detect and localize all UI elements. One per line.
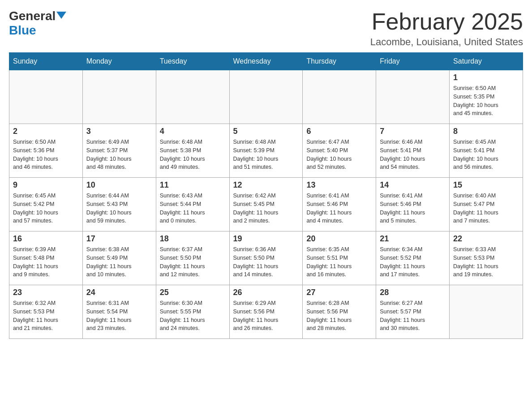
day-info: Sunrise: 6:50 AM Sunset: 5:35 PM Dayligh… [453, 84, 519, 118]
day-number: 18 [160, 234, 226, 244]
day-info: Sunrise: 6:36 AM Sunset: 5:50 PM Dayligh… [233, 245, 299, 279]
calendar-cell: 5Sunrise: 6:48 AM Sunset: 5:39 PM Daylig… [229, 124, 303, 178]
header-monday: Monday [82, 53, 156, 70]
day-number: 3 [86, 127, 152, 136]
calendar-cell [229, 70, 303, 124]
calendar-header-row: Sunday Monday Tuesday Wednesday Thursday… [9, 53, 523, 70]
day-number: 28 [380, 288, 446, 297]
header-sunday: Sunday [9, 53, 83, 70]
day-number: 21 [380, 234, 446, 244]
calendar-cell: 14Sunrise: 6:41 AM Sunset: 5:46 PM Dayli… [376, 178, 450, 231]
day-info: Sunrise: 6:47 AM Sunset: 5:40 PM Dayligh… [306, 138, 372, 171]
day-info: Sunrise: 6:29 AM Sunset: 5:56 PM Dayligh… [233, 299, 299, 333]
day-number: 27 [306, 288, 372, 297]
logo-arrow-icon [56, 12, 66, 19]
day-info: Sunrise: 6:41 AM Sunset: 5:46 PM Dayligh… [306, 192, 372, 225]
calendar-cell: 4Sunrise: 6:48 AM Sunset: 5:38 PM Daylig… [156, 124, 229, 178]
calendar-cell [156, 70, 229, 124]
day-number: 1 [453, 73, 519, 82]
day-number: 23 [13, 288, 79, 297]
day-number: 14 [380, 180, 446, 190]
calendar-cell: 13Sunrise: 6:41 AM Sunset: 5:46 PM Dayli… [303, 178, 376, 231]
calendar-cell [450, 285, 523, 339]
calendar-cell: 23Sunrise: 6:32 AM Sunset: 5:53 PM Dayli… [9, 285, 83, 339]
logo-general: General [9, 9, 56, 23]
calendar-cell: 11Sunrise: 6:43 AM Sunset: 5:44 PM Dayli… [156, 178, 229, 231]
day-number: 11 [160, 180, 226, 190]
day-number: 25 [160, 288, 226, 297]
calendar-cell: 25Sunrise: 6:30 AM Sunset: 5:55 PM Dayli… [156, 285, 229, 339]
day-info: Sunrise: 6:48 AM Sunset: 5:38 PM Dayligh… [160, 138, 226, 171]
day-number: 13 [306, 180, 372, 190]
day-info: Sunrise: 6:30 AM Sunset: 5:55 PM Dayligh… [160, 299, 226, 333]
day-number: 6 [306, 127, 372, 136]
calendar-cell [376, 70, 450, 124]
day-info: Sunrise: 6:28 AM Sunset: 5:56 PM Dayligh… [306, 299, 372, 333]
header-wednesday: Wednesday [229, 53, 303, 70]
day-info: Sunrise: 6:37 AM Sunset: 5:50 PM Dayligh… [160, 245, 226, 279]
day-info: Sunrise: 6:31 AM Sunset: 5:54 PM Dayligh… [86, 299, 152, 333]
day-number: 15 [453, 180, 519, 190]
calendar-week-row: 23Sunrise: 6:32 AM Sunset: 5:53 PM Dayli… [9, 285, 523, 339]
calendar-cell: 18Sunrise: 6:37 AM Sunset: 5:50 PM Dayli… [156, 231, 229, 285]
header-saturday: Saturday [450, 53, 523, 70]
calendar-cell [303, 70, 376, 124]
day-info: Sunrise: 6:46 AM Sunset: 5:41 PM Dayligh… [380, 138, 446, 171]
header-thursday: Thursday [303, 53, 376, 70]
calendar-cell: 12Sunrise: 6:42 AM Sunset: 5:45 PM Dayli… [229, 178, 303, 231]
calendar-cell: 1Sunrise: 6:50 AM Sunset: 5:35 PM Daylig… [450, 70, 523, 124]
calendar-week-row: 16Sunrise: 6:39 AM Sunset: 5:48 PM Dayli… [9, 231, 523, 285]
day-number: 17 [86, 234, 152, 244]
day-info: Sunrise: 6:42 AM Sunset: 5:45 PM Dayligh… [233, 192, 299, 225]
calendar-week-row: 1Sunrise: 6:50 AM Sunset: 5:35 PM Daylig… [9, 70, 523, 124]
day-info: Sunrise: 6:41 AM Sunset: 5:46 PM Dayligh… [380, 192, 446, 225]
day-info: Sunrise: 6:49 AM Sunset: 5:37 PM Dayligh… [86, 138, 152, 171]
calendar-cell: 9Sunrise: 6:45 AM Sunset: 5:42 PM Daylig… [9, 178, 83, 231]
day-info: Sunrise: 6:44 AM Sunset: 5:43 PM Dayligh… [86, 192, 152, 225]
calendar-cell: 21Sunrise: 6:34 AM Sunset: 5:52 PM Dayli… [376, 231, 450, 285]
calendar-week-row: 2Sunrise: 6:50 AM Sunset: 5:36 PM Daylig… [9, 124, 523, 178]
calendar-table: Sunday Monday Tuesday Wednesday Thursday… [9, 52, 523, 339]
calendar-cell: 27Sunrise: 6:28 AM Sunset: 5:56 PM Dayli… [303, 285, 376, 339]
day-number: 12 [233, 180, 299, 190]
day-number: 16 [13, 234, 79, 244]
day-number: 8 [453, 127, 519, 136]
day-info: Sunrise: 6:27 AM Sunset: 5:57 PM Dayligh… [380, 299, 446, 333]
calendar-week-row: 9Sunrise: 6:45 AM Sunset: 5:42 PM Daylig… [9, 178, 523, 231]
calendar-cell: 8Sunrise: 6:45 AM Sunset: 5:41 PM Daylig… [450, 124, 523, 178]
page-header: General Blue February 2025 Lacombe, Loui… [9, 9, 523, 48]
day-info: Sunrise: 6:50 AM Sunset: 5:36 PM Dayligh… [13, 138, 79, 171]
day-info: Sunrise: 6:32 AM Sunset: 5:53 PM Dayligh… [13, 299, 79, 333]
calendar-cell: 10Sunrise: 6:44 AM Sunset: 5:43 PM Dayli… [82, 178, 156, 231]
day-info: Sunrise: 6:45 AM Sunset: 5:41 PM Dayligh… [453, 138, 519, 171]
calendar-cell: 16Sunrise: 6:39 AM Sunset: 5:48 PM Dayli… [9, 231, 83, 285]
calendar-cell: 2Sunrise: 6:50 AM Sunset: 5:36 PM Daylig… [9, 124, 83, 178]
day-info: Sunrise: 6:33 AM Sunset: 5:53 PM Dayligh… [453, 245, 519, 279]
day-number: 7 [380, 127, 446, 136]
calendar-cell: 6Sunrise: 6:47 AM Sunset: 5:40 PM Daylig… [303, 124, 376, 178]
day-number: 10 [86, 180, 152, 190]
calendar-cell: 19Sunrise: 6:36 AM Sunset: 5:50 PM Dayli… [229, 231, 303, 285]
day-info: Sunrise: 6:48 AM Sunset: 5:39 PM Dayligh… [233, 138, 299, 171]
day-info: Sunrise: 6:43 AM Sunset: 5:44 PM Dayligh… [160, 192, 226, 225]
day-number: 22 [453, 234, 519, 244]
day-info: Sunrise: 6:39 AM Sunset: 5:48 PM Dayligh… [13, 245, 79, 279]
calendar-cell: 24Sunrise: 6:31 AM Sunset: 5:54 PM Dayli… [82, 285, 156, 339]
day-info: Sunrise: 6:34 AM Sunset: 5:52 PM Dayligh… [380, 245, 446, 279]
title-section: February 2025 Lacombe, Louisiana, United… [370, 9, 523, 48]
calendar-cell: 7Sunrise: 6:46 AM Sunset: 5:41 PM Daylig… [376, 124, 450, 178]
day-number: 5 [233, 127, 299, 136]
day-number: 4 [160, 127, 226, 136]
day-number: 19 [233, 234, 299, 244]
calendar-cell: 26Sunrise: 6:29 AM Sunset: 5:56 PM Dayli… [229, 285, 303, 339]
month-title: February 2025 [370, 9, 523, 34]
day-info: Sunrise: 6:40 AM Sunset: 5:47 PM Dayligh… [453, 192, 519, 225]
location-title: Lacombe, Louisiana, United States [370, 36, 523, 48]
logo: General Blue [9, 9, 66, 38]
logo-blue: Blue [9, 23, 36, 37]
header-friday: Friday [376, 53, 450, 70]
day-number: 2 [13, 127, 79, 136]
day-number: 9 [13, 180, 79, 190]
calendar-cell: 17Sunrise: 6:38 AM Sunset: 5:49 PM Dayli… [82, 231, 156, 285]
day-info: Sunrise: 6:38 AM Sunset: 5:49 PM Dayligh… [86, 245, 152, 279]
